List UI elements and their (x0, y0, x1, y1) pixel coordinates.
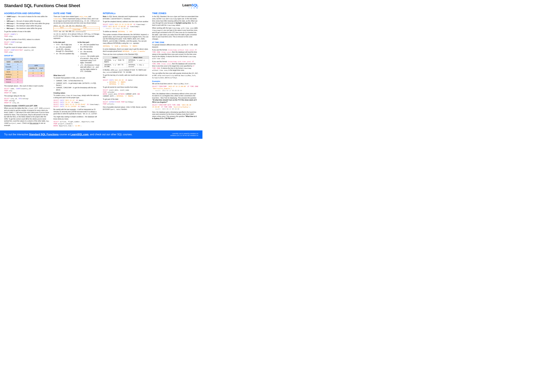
label: To get part of the date: (103, 98, 149, 100)
heading-datetime: DATE AND TIME (53, 12, 100, 14)
code-block: SELECT CAST('2021-12-31 23:59:59' AS tim… (103, 24, 149, 29)
page: Standard SQL Functions Cheat Sheet Learn… (0, 0, 203, 128)
col-aggregation: AGGREGATION AND GROUPING COUNT(expr) – t… (4, 11, 50, 128)
heading-examples: Examples (152, 80, 198, 82)
code-block: SELECT CAST('2021-02-01' AS date) + INTE… (103, 79, 149, 85)
heading-timepart: In the time part: (78, 41, 100, 43)
label: To get the number of rows in the table: (4, 30, 50, 33)
course-link[interactable]: Standard SQL Functions (29, 133, 59, 136)
code-block: SELECT CAST('2021-12-31' AS date); SELEC… (53, 100, 100, 107)
paragraph: You might skip casting in simple conditi… (53, 116, 100, 120)
paragraph: In some databases, there's an easier way… (103, 48, 149, 52)
label: To get the simplest interval, subtract o… (103, 21, 149, 23)
paragraph: One of possible returned values: 1946. I… (103, 106, 149, 110)
footer: Try out the interactive Standard SQL Fun… (0, 130, 203, 139)
list-item: MAX(expr) – the maximum value within the… (7, 27, 50, 29)
paragraph: To define an interval: INTERVAL '1' DAY (103, 30, 149, 33)
footer-left: Try out the interactive Standard SQL Fun… (4, 133, 132, 136)
label: There are two more syntaxes in the Stand… (103, 53, 149, 56)
code-block: INTERVAL '1' YEAR + INTERVAL '3' MONTH (103, 45, 149, 47)
groupby-diagram: CITY namecountry_id Paris1 Marseille1 Ly… (4, 57, 50, 84)
col-intervals: INTERVALs Note: In SQL Server, intervals… (103, 11, 149, 128)
timestamp-diagram: 2021-12-31 14:39:53.662522-05 date time … (53, 25, 100, 32)
paragraph: This syntax consists of three elements: … (103, 34, 149, 44)
label: To get all events for next three months … (103, 86, 149, 88)
logo: LearnSQL • c o m (182, 3, 198, 9)
table-syntax: SyntaxWhat it does INTERVAL 'x-y' YEAR T… (103, 56, 149, 68)
paragraph: We set the local time zone to 'America/N… (152, 83, 198, 85)
heading-attimezone: AT TIME ZONE (152, 41, 198, 43)
list-item: COUNT(expr) – the count of values for th… (7, 15, 50, 20)
heading-groupby: GROUP BY (4, 55, 50, 57)
paragraph: To create a date, time, or timestamp, si… (53, 94, 100, 99)
paragraph: You can define the time zone with popula… (152, 72, 198, 79)
header: Standard SQL Functions Cheat Sheet Learn… (4, 3, 198, 9)
heading-creating: Creating values (53, 92, 100, 94)
paragraph: Here, the database takes a timestamp wit… (152, 93, 198, 103)
logo-sql: SQL (191, 3, 198, 7)
footer-right: LearnSQL.com is owned by Vertabelo SA ve… (170, 133, 198, 136)
paragraph: In the SQL Standard, the date type can't… (152, 15, 198, 26)
paragraph: Here, the database gets a timestamp spec… (152, 111, 198, 120)
label: To get the number of non-NULL values in … (4, 38, 50, 41)
learnsql-link[interactable]: LearnSQL.com (71, 133, 88, 136)
list-item: AVG(expr) – the average value for the ro… (7, 22, 50, 25)
label: To get the count of unique values in a c… (4, 46, 50, 49)
paragraph: 14:39:53.662522-05 is almost 2:40 p.m. C… (53, 33, 100, 40)
list-item: MIN(expr) – the minimum value within the… (7, 25, 50, 27)
exercise-link[interactable]: this exercise (30, 122, 39, 124)
code-block: SELECT EXTRACT(YEAR FROM birthday) FROM … (103, 101, 149, 105)
label: The average rating for the city: (4, 95, 50, 97)
datetime-parts: In the date part: YYYY – the 4-digit yea… (53, 40, 100, 73)
agg-list: COUNT(expr) – the count of values for th… (7, 15, 50, 29)
paragraph: There are 3 main time-related types: dat… (53, 15, 100, 24)
heading-aggregation: AGGREGATION AND GROUPING (4, 12, 50, 14)
code-block: SELECT COUNT(*) FROM city; (4, 33, 50, 37)
heading-whattime: What time is it? (53, 75, 100, 76)
columns: AGGREGATION AND GROUPING COUNT(expr) – t… (4, 11, 198, 128)
heading-common-mistake: Common mistake: COUNT(*) and LEFT JOIN (4, 105, 50, 107)
code-block: SELECT airline, flight_number, departure… (53, 121, 100, 127)
page-title: Standard SQL Functions Cheat Sheet (4, 3, 80, 8)
label: The example above – the count of cities … (4, 85, 50, 87)
label: To answer that question in SQL, you can … (53, 77, 100, 79)
code-block: SELECT TIMESTAMP WITH TIME ZONE '2021-06… (152, 104, 198, 110)
col-datetime: DATE AND TIME There are 3 main time-rela… (53, 11, 100, 128)
heading-intervals: INTERVALs (103, 12, 149, 14)
code-block: SELECT city_id, AVG(rating) FROM ratings… (4, 98, 50, 104)
paragraph: In MySQL, write year_month instead of YE… (103, 69, 149, 73)
heading-datepart: In the date part: (53, 41, 75, 43)
code-block: SELECT COUNT(DISTINCT country_id) FROM c… (4, 49, 50, 53)
table-city: CITY namecountry_id Paris1 Marseille1 Ly… (4, 58, 23, 83)
logo-learn: Learn (182, 3, 191, 7)
label: To get the last day of a month, add one … (103, 74, 149, 78)
paragraph: Be careful with the last example – it wi… (53, 108, 100, 115)
code-block: SELECT COUNT(rating) FROM city; (4, 41, 50, 45)
paragraph: If you use this format: {timestamp witho… (152, 49, 198, 60)
heading-timezones: TIME ZONES (152, 12, 198, 14)
col-timezones: TIME ZONES In the SQL Standard, the date… (152, 11, 198, 128)
code-block: SELECT name, COUNT(country_id) FROM city… (4, 88, 50, 94)
paragraph: When you join the tables like this: clie… (4, 107, 50, 127)
code-block: SELECT event_date, event_name FROM calen… (103, 89, 149, 97)
list-item: SUM(expr) – the sum of values within the… (7, 20, 50, 22)
paragraph: If you use this format: {timestamp with … (152, 61, 198, 71)
code-block: SELECT TIMESTAMP '2021-07-16 21:00:00' A… (152, 86, 198, 92)
table-city-agg: CITY country_idcount 13 23 42 (28, 64, 45, 77)
paragraph: Note: In SQL Server, intervals aren't im… (103, 15, 149, 20)
arrow-icon: → (24, 69, 27, 72)
paragraph: To operate between different time zones,… (152, 44, 198, 48)
paragraph: When working with the type timestamp wit… (152, 27, 198, 40)
